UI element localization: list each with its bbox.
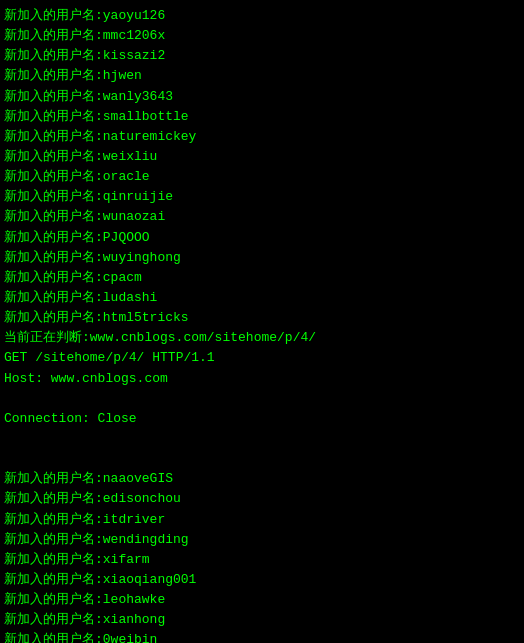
log-line: 新加入的用户名:xiaoqiang001 [4,570,520,590]
log-line: 新加入的用户名:wanly3643 [4,87,520,107]
log-line [4,389,520,409]
log-line: 新加入的用户名:naturemickey [4,127,520,147]
log-line: 新加入的用户名:leohawke [4,590,520,610]
log-line: 新加入的用户名:qinruijie [4,187,520,207]
log-line: 当前正在判断:www.cnblogs.com/sitehome/p/4/ [4,328,520,348]
log-line: 新加入的用户名:html5tricks [4,308,520,328]
log-line: GET /sitehome/p/4/ HTTP/1.1 [4,348,520,368]
log-line: 新加入的用户名:edisonchou [4,489,520,509]
log-line: 新加入的用户名:weixliu [4,147,520,167]
log-line: 新加入的用户名:wendingding [4,530,520,550]
log-line: 新加入的用户名:0weibin [4,630,520,643]
log-line: 新加入的用户名:oracle [4,167,520,187]
log-line [4,449,520,469]
log-line: 新加入的用户名:cpacm [4,268,520,288]
log-line: 新加入的用户名:itdriver [4,510,520,530]
log-line: 新加入的用户名:naaoveGIS [4,469,520,489]
log-line: Host: www.cnblogs.com [4,369,520,389]
log-line: 新加入的用户名:kissazi2 [4,46,520,66]
log-line: 新加入的用户名:PJQOOO [4,228,520,248]
terminal-output: 新加入的用户名:yaoyu126新加入的用户名:mmc1206x新加入的用户名:… [4,6,520,643]
log-line: 新加入的用户名:xifarm [4,550,520,570]
log-line: 新加入的用户名:xianhong [4,610,520,630]
log-line [4,429,520,449]
log-line: 新加入的用户名:ludashi [4,288,520,308]
log-line: Connection: Close [4,409,520,429]
log-line: 新加入的用户名:smallbottle [4,107,520,127]
log-line: 新加入的用户名:wunaozai [4,207,520,227]
log-line: 新加入的用户名:hjwen [4,66,520,86]
log-line: 新加入的用户名:mmc1206x [4,26,520,46]
log-line: 新加入的用户名:wuyinghong [4,248,520,268]
log-line: 新加入的用户名:yaoyu126 [4,6,520,26]
